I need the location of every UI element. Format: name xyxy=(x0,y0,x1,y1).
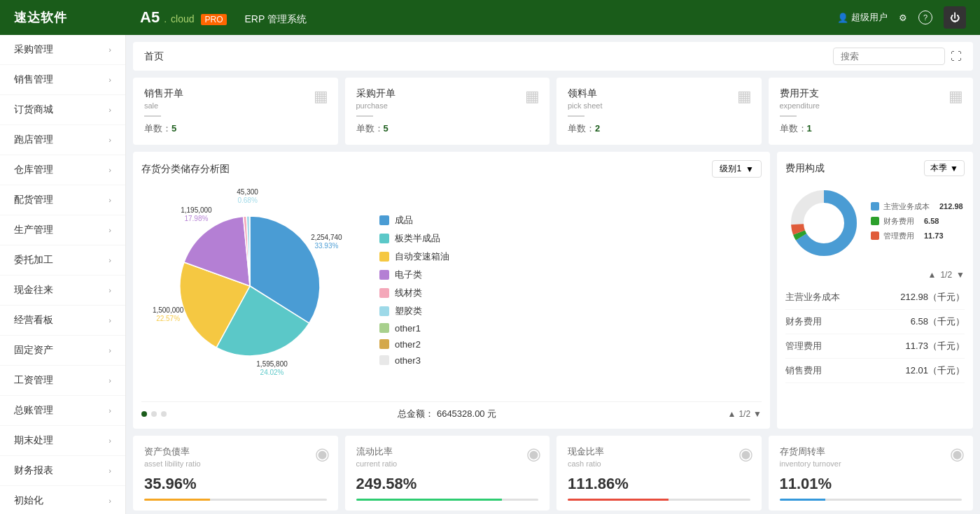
user-icon: 👤 xyxy=(837,13,848,23)
expense-prev[interactable]: ▲ xyxy=(928,270,937,280)
page-dot-1[interactable] xyxy=(141,411,147,417)
stat-card-3[interactable]: 费用开支 expenditure ▦ 单数：1 xyxy=(769,78,974,145)
sidebar: 采购管理›销售管理›订货商城›跑店管理›仓库管理›配货管理›生产管理›委托加工›… xyxy=(0,35,126,514)
sidebar-label: 固定资产 xyxy=(14,344,53,357)
stat-card-2[interactable]: 领料单 pick sheet ▦ 单数：2 xyxy=(556,78,762,145)
expense-row: 管理费用 11.73（千元） xyxy=(785,334,965,359)
expense-row-label: 销售费用 xyxy=(785,364,822,377)
legend-color xyxy=(379,234,389,243)
sidebar-item-purchase[interactable]: 采购管理› xyxy=(0,35,125,65)
legend-item: other3 xyxy=(379,355,762,366)
level-label: 级别1 xyxy=(720,163,741,175)
svg-text:1,195,000: 1,195,000 xyxy=(181,206,212,214)
chevron-right-icon: › xyxy=(108,166,111,174)
svg-text:1,500,000: 1,500,000 xyxy=(153,306,184,314)
bottom-card-sub: current ratio xyxy=(356,459,539,468)
bottom-card-value: 35.96% xyxy=(144,475,327,493)
brand-cloud: cloud xyxy=(171,13,194,24)
svg-text:2,254,740: 2,254,740 xyxy=(311,234,342,241)
legend-label: 自动变速箱油 xyxy=(395,250,449,263)
chevron-right-icon: › xyxy=(108,45,111,54)
period-select[interactable]: 本季 ▼ xyxy=(924,160,965,176)
stat-count: 单数：5 xyxy=(356,122,539,135)
stat-card-title: 领料单 xyxy=(568,87,750,100)
legend-label: 线材类 xyxy=(395,287,422,299)
expense-row: 主营业务成本 212.98（千元） xyxy=(785,285,965,310)
sidebar-item-salary[interactable]: 工资管理› xyxy=(0,366,125,396)
sidebar-item-sales[interactable]: 销售管理› xyxy=(0,65,125,95)
legend-item: 塑胶类 xyxy=(379,305,762,317)
next-icon[interactable]: ▼ xyxy=(753,409,762,419)
donut-legend-color xyxy=(871,217,879,225)
expand-icon[interactable]: ⛶ xyxy=(951,50,962,63)
chart-page-nav: ▲ 1/2 ▼ xyxy=(728,409,762,419)
legend-item: 自动变速箱油 xyxy=(379,250,762,263)
legend-item: 成品 xyxy=(379,214,762,227)
bottom-card-3[interactable]: 存货周转率 inventory turnover ◉ 11.01% xyxy=(769,436,974,511)
bottom-card-title: 流动比率 xyxy=(356,445,539,458)
bottom-card-2[interactable]: 现金比率 cash ratio ◉ 111.86% xyxy=(556,436,762,511)
donut-legend-item: 主营业务成本 212.98 xyxy=(871,201,963,212)
brand-area: A5 . cloud PRO ERP 管理系统 xyxy=(140,8,307,27)
donut-legend-item: 财务费用 6.58 xyxy=(871,216,963,227)
stat-cards: 销售开单 sale ▦ 单数：5 采购开单 purchase ▦ 单数：5 领料… xyxy=(133,78,973,145)
legend-color xyxy=(379,288,389,298)
bottom-card-title: 资产负债率 xyxy=(144,445,327,458)
main-layout: 采购管理›销售管理›订货商城›跑店管理›仓库管理›配货管理›生产管理›委托加工›… xyxy=(0,35,980,514)
legend-item: 线材类 xyxy=(379,287,762,299)
expense-row: 财务费用 6.58（千元） xyxy=(785,310,965,334)
legend-label: other3 xyxy=(395,355,421,366)
sidebar-label: 期末处理 xyxy=(14,434,53,447)
donut-legend-value: 6.58 xyxy=(924,217,939,225)
user-menu[interactable]: 👤 超级用户 xyxy=(837,11,888,24)
chart-header: 存货分类储存分析图 级别1 ▼ xyxy=(141,160,762,178)
top-nav: 速达软件 A5 . cloud PRO ERP 管理系统 👤 超级用户 ⚙ ? … xyxy=(0,0,980,35)
power-button[interactable]: ⏻ xyxy=(944,6,966,29)
chart-body: 2,254,74033.93%1,595,80024.02%1,500,0002… xyxy=(141,185,762,394)
stat-divider xyxy=(144,115,161,117)
sidebar-item-cash[interactable]: 现金往来› xyxy=(0,276,125,306)
sidebar-label: 现金往来 xyxy=(14,284,53,297)
sidebar-item-order-mall[interactable]: 订货商城› xyxy=(0,95,125,125)
donut-legend-label: 管理费用 xyxy=(883,231,914,241)
expense-next[interactable]: ▼ xyxy=(956,270,965,280)
bottom-card-0[interactable]: 资产负债率 asset libility ratio ◉ 35.96% xyxy=(133,436,338,511)
calculator-icon: ▦ xyxy=(314,87,328,106)
page-dot-3[interactable] xyxy=(161,411,167,417)
stat-card-1[interactable]: 采购开单 purchase ▦ 单数：5 xyxy=(345,78,550,145)
donut-legend: 主营业务成本 212.98 财务费用 6.58 管理费用 11.73 xyxy=(871,201,963,245)
bottom-cards: 资产负债率 asset libility ratio ◉ 35.96% 流动比率… xyxy=(133,436,973,511)
sidebar-item-ledger[interactable]: 总账管理› xyxy=(0,396,125,426)
help-icon[interactable]: ? xyxy=(918,10,932,24)
stat-count: 单数：5 xyxy=(144,122,327,135)
stat-card-0[interactable]: 销售开单 sale ▦ 单数：5 xyxy=(133,78,338,145)
sidebar-item-dashboard[interactable]: 经营看板› xyxy=(0,306,125,336)
level-select[interactable]: 级别1 ▼ xyxy=(712,160,762,178)
sidebar-item-initialize[interactable]: 初始化› xyxy=(0,486,125,514)
sidebar-item-production[interactable]: 生产管理› xyxy=(0,215,125,245)
bottom-card-1[interactable]: 流动比率 current ratio ◉ 249.58% xyxy=(345,436,550,511)
calculator-icon: ▦ xyxy=(948,87,963,106)
sidebar-item-outsource[interactable]: 委托加工› xyxy=(0,245,125,276)
sidebar-label: 跑店管理 xyxy=(14,134,53,146)
bottom-card-bar xyxy=(144,499,327,501)
donut-legend-value: 11.73 xyxy=(924,231,944,240)
expense-row-label: 管理费用 xyxy=(785,340,822,352)
sidebar-item-assets[interactable]: 固定资产› xyxy=(0,336,125,366)
sidebar-item-warehouse[interactable]: 仓库管理› xyxy=(0,155,125,185)
donut-svg xyxy=(785,185,862,262)
settings-icon[interactable]: ⚙ xyxy=(899,13,907,23)
prev-icon[interactable]: ▲ xyxy=(728,409,736,419)
legend-item: 板类半成品 xyxy=(379,232,762,245)
donut-area: 主营业务成本 212.98 财务费用 6.58 管理费用 11.73 xyxy=(785,185,965,262)
sidebar-item-finance-report[interactable]: 财务报表› xyxy=(0,456,125,486)
search-input[interactable] xyxy=(833,48,945,65)
content-area: 首页 ⛶ 销售开单 sale ▦ 单数：5 采购开单 purchase ▦ 单数… xyxy=(126,35,980,514)
legend-item: other2 xyxy=(379,339,762,350)
sidebar-item-period-end[interactable]: 期末处理› xyxy=(0,426,125,456)
sidebar-item-store[interactable]: 跑店管理› xyxy=(0,125,125,155)
svg-text:17.98%: 17.98% xyxy=(184,215,208,222)
sidebar-item-distribution[interactable]: 配货管理› xyxy=(0,185,125,215)
page-dot-2[interactable] xyxy=(151,411,157,417)
sidebar-label: 采购管理 xyxy=(14,43,53,56)
